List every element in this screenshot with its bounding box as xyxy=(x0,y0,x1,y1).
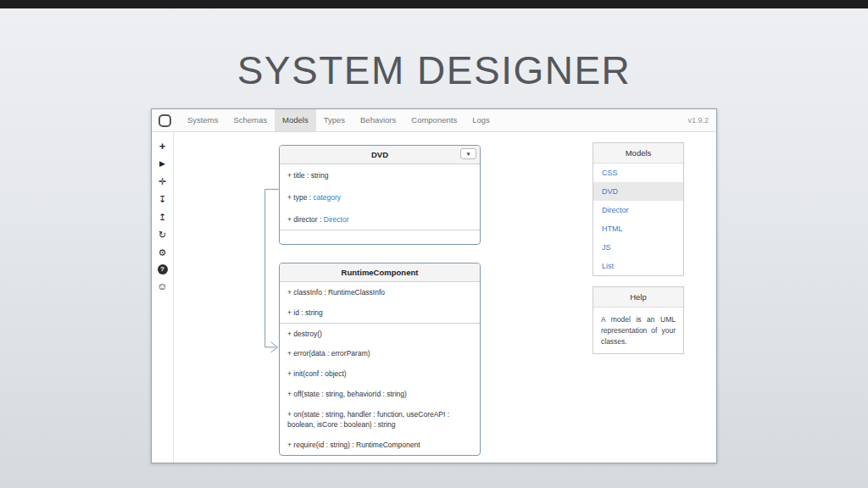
attribute-text: + type : xyxy=(287,193,313,202)
app-window: Systems Schemas Models Types Behaviors C… xyxy=(151,108,717,463)
navbar: Systems Schemas Models Types Behaviors C… xyxy=(152,109,716,132)
uml-method-row: + destroy() xyxy=(280,324,480,344)
app-body: + ▶ ✛ ↧ ↥ ↻ ⚙ ? ☺ DVD ▾ xyxy=(152,132,716,463)
move-icon[interactable]: ✛ xyxy=(156,175,169,187)
import-icon[interactable]: ↥ xyxy=(156,211,169,223)
attribute-text: + classInfo : RuntimeClassInfo xyxy=(287,288,385,297)
export-icon[interactable]: ↧ xyxy=(156,193,169,205)
help-icon[interactable]: ? xyxy=(158,264,168,274)
slide-title: SYSTEM DESIGNER xyxy=(0,47,868,93)
attribute-type-link[interactable]: category xyxy=(313,193,341,202)
method-text: + destroy() xyxy=(287,330,322,338)
uml-class-runtimecomponent-title: RuntimeComponent xyxy=(342,268,419,277)
tab-models[interactable]: Models xyxy=(275,109,316,131)
uml-class-dvd-title: DVD xyxy=(371,150,388,159)
nav-tabs: Systems Schemas Models Types Behaviors C… xyxy=(180,109,498,131)
app-logo-icon[interactable] xyxy=(159,114,171,127)
version-label: v1.9.2 xyxy=(687,116,716,125)
attribute-text: + title : string xyxy=(287,171,328,180)
uml-class-dvd-header: DVD ▾ xyxy=(280,146,480,164)
caret-down-icon: ▾ xyxy=(467,151,470,158)
run-icon[interactable]: ▶ xyxy=(156,158,169,169)
help-panel: Help A model is an UML representation of… xyxy=(593,286,684,354)
model-item-director[interactable]: Director xyxy=(593,201,683,219)
method-text: + off(state : string, behaviorId : strin… xyxy=(287,390,407,398)
uml-attribute-row: + title : string xyxy=(280,164,480,186)
uml-method-row: + error(data : errorParam) xyxy=(280,343,480,363)
uml-method-row: + require(id : string) : RuntimeComponen… xyxy=(280,435,480,455)
help-panel-title: Help xyxy=(593,287,683,308)
add-icon[interactable]: + xyxy=(156,140,169,152)
model-item-js[interactable]: JS xyxy=(593,238,683,257)
uml-attribute-row: + id : string xyxy=(280,302,480,323)
method-text: + init(conf : object) xyxy=(287,369,347,378)
slide-top-edge xyxy=(0,0,868,8)
help-panel-text: A model is an UML representation of your… xyxy=(593,308,683,353)
models-panel-title: Models xyxy=(593,143,683,164)
models-panel: Models CSS DVD Director HTML JS List xyxy=(593,142,684,276)
uml-class-runtimecomponent-header: RuntimeComponent xyxy=(280,263,480,282)
uml-empty-methods-section xyxy=(280,230,480,244)
method-text: + require(id : string) : RuntimeComponen… xyxy=(287,441,420,449)
refresh-icon[interactable]: ↻ xyxy=(156,229,169,241)
model-item-css[interactable]: CSS xyxy=(593,164,683,182)
attribute-type-link[interactable]: Director xyxy=(324,215,349,224)
about-icon[interactable]: ☺ xyxy=(156,280,169,292)
tab-types[interactable]: Types xyxy=(316,109,353,131)
class-menu-button[interactable]: ▾ xyxy=(460,148,476,159)
uml-method-row: + on(state : string, handler : function,… xyxy=(280,404,480,435)
uml-attribute-row: + type : category xyxy=(280,186,480,208)
tab-systems[interactable]: Systems xyxy=(180,109,225,131)
uml-attribute-row: + director : Director xyxy=(280,208,480,230)
uml-class-runtimecomponent[interactable]: RuntimeComponent + classInfo : RuntimeCl… xyxy=(279,263,481,456)
attribute-text: + director : xyxy=(287,215,324,224)
model-item-html[interactable]: HTML xyxy=(593,219,683,238)
model-item-dvd[interactable]: DVD xyxy=(593,182,683,201)
tab-schemas[interactable]: Schemas xyxy=(225,109,275,131)
diagram-canvas[interactable]: DVD ▾ + title : string + type : category… xyxy=(174,132,716,463)
tab-logs[interactable]: Logs xyxy=(465,109,498,131)
tab-behaviors[interactable]: Behaviors xyxy=(353,109,403,131)
tab-components[interactable]: Components xyxy=(403,109,465,131)
uml-method-row: + init(conf : object) xyxy=(280,363,480,384)
method-text: + on(state : string, handler : function,… xyxy=(287,410,449,430)
left-toolbar: + ▶ ✛ ↧ ↥ ↻ ⚙ ? ☺ xyxy=(152,132,174,463)
uml-method-row: + off(state : string, behaviorId : strin… xyxy=(280,384,480,404)
settings-icon[interactable]: ⚙ xyxy=(156,247,169,258)
method-text: + error(data : errorParam) xyxy=(287,349,370,358)
uml-attribute-row: + classInfo : RuntimeClassInfo xyxy=(280,282,480,302)
model-item-list[interactable]: List xyxy=(593,257,683,275)
attribute-text: + id : string xyxy=(287,308,323,317)
uml-class-dvd[interactable]: DVD ▾ + title : string + type : category… xyxy=(279,145,481,245)
